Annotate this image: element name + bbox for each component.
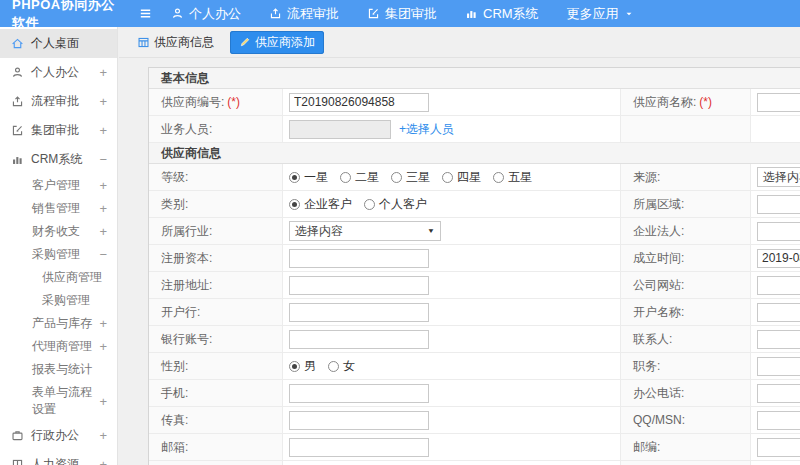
- topnav-item[interactable]: 个人办公: [171, 5, 241, 23]
- radio-label: 三星: [406, 169, 430, 186]
- field-cell: [283, 245, 621, 271]
- field-wrap: [757, 249, 800, 268]
- field-wrap: [289, 330, 429, 349]
- sidebar-item[interactable]: 采购管理: [0, 289, 117, 312]
- sidebar-item-label: 供应商管理: [42, 269, 102, 286]
- radio-option[interactable]: 一星: [289, 169, 328, 186]
- sidebar-item[interactable]: 代理商管理+: [0, 335, 117, 358]
- expand-toggle[interactable]: +: [99, 94, 107, 109]
- radio-option[interactable]: 四星: [442, 169, 481, 186]
- expand-toggle[interactable]: +: [99, 428, 107, 443]
- expand-toggle[interactable]: −: [99, 152, 107, 167]
- field-label-cell: 传真:: [149, 407, 283, 433]
- field-label-cell: 联系人:: [621, 326, 751, 352]
- text-input[interactable]: [757, 384, 800, 403]
- topnav-item[interactable]: 流程审批: [269, 5, 339, 23]
- text-input[interactable]: [757, 330, 800, 349]
- sidebar-item[interactable]: 客户管理+: [0, 174, 117, 197]
- sidebar-item-label: 人力资源: [31, 456, 79, 465]
- field-label-cell: 等级:: [149, 164, 283, 190]
- topnav-item[interactable]: 更多应用: [567, 5, 634, 23]
- sidebar-item-label: 行政办公: [31, 427, 79, 444]
- expand-toggle[interactable]: +: [99, 123, 107, 138]
- field-wrap: [289, 411, 429, 430]
- select-person-link[interactable]: +选择人员: [399, 122, 454, 136]
- sidebar-item[interactable]: 财务收支+: [0, 220, 117, 243]
- select-box[interactable]: 选择内容▼: [289, 221, 441, 241]
- text-input[interactable]: [757, 222, 800, 241]
- text-input[interactable]: [757, 357, 800, 376]
- sidebar-item[interactable]: 销售管理+: [0, 197, 117, 220]
- expand-toggle[interactable]: +: [99, 65, 107, 80]
- form-row: 传真:QQ/MSN:: [149, 407, 800, 434]
- text-input[interactable]: [757, 249, 800, 268]
- field-label: 成立时间:: [633, 250, 684, 267]
- text-input[interactable]: [757, 303, 800, 322]
- radio-option[interactable]: 男: [289, 358, 316, 375]
- field-cell: [751, 407, 800, 433]
- expand-toggle[interactable]: +: [99, 224, 107, 239]
- text-input[interactable]: [757, 438, 800, 457]
- sidebar-item[interactable]: 个人办公+: [0, 58, 117, 87]
- text-input[interactable]: [289, 93, 429, 112]
- radio-option[interactable]: 企业客户: [289, 196, 352, 213]
- topnav-item[interactable]: 集团审批: [367, 5, 437, 23]
- sidebar-item[interactable]: 采购管理−: [0, 243, 117, 266]
- home-icon: [10, 37, 24, 50]
- expand-toggle[interactable]: +: [99, 457, 107, 465]
- field-label-cell: 性别:: [149, 353, 283, 379]
- radio-label: 二星: [355, 169, 379, 186]
- text-input[interactable]: [757, 93, 800, 112]
- sidebar-item-label: 客户管理: [32, 177, 80, 194]
- chart-icon: [10, 153, 24, 166]
- expand-toggle[interactable]: +: [99, 201, 107, 216]
- sidebar-item-label: 产品与库存: [32, 315, 92, 332]
- field-wrap: [289, 249, 429, 268]
- sidebar-item[interactable]: 供应商管理: [0, 266, 117, 289]
- sidebar-toggle-button[interactable]: [138, 6, 153, 21]
- field-cell: [751, 461, 800, 465]
- sidebar-item[interactable]: 人力资源+: [0, 450, 117, 465]
- expand-toggle[interactable]: −: [99, 247, 107, 262]
- tab-supplier-add[interactable]: 供应商添加: [230, 31, 324, 54]
- sidebar-item[interactable]: 行政办公+: [0, 421, 117, 450]
- text-input[interactable]: [289, 276, 429, 295]
- select-box[interactable]: 选择内容▼: [757, 167, 800, 187]
- radio-option[interactable]: 二星: [340, 169, 379, 186]
- radio-option[interactable]: 女: [328, 358, 355, 375]
- sidebar-item[interactable]: 报表与统计: [0, 358, 117, 381]
- radio-option[interactable]: 五星: [493, 169, 532, 186]
- text-input[interactable]: [757, 195, 800, 214]
- text-input[interactable]: [289, 330, 429, 349]
- sidebar-item[interactable]: 表单与流程设置+: [0, 381, 117, 421]
- radio-label: 四星: [457, 169, 481, 186]
- field-label-cell: 职务:: [621, 353, 751, 379]
- expand-toggle[interactable]: +: [99, 316, 107, 331]
- expand-toggle[interactable]: +: [99, 178, 107, 193]
- sidebar-item[interactable]: 个人桌面: [0, 29, 117, 58]
- radio-icon: [340, 172, 351, 183]
- field-wrap: [289, 438, 429, 457]
- text-input[interactable]: [757, 411, 800, 430]
- text-input[interactable]: [289, 249, 429, 268]
- sidebar-item[interactable]: 产品与库存+: [0, 312, 117, 335]
- sidebar-item[interactable]: 集团审批+: [0, 116, 117, 145]
- sidebar-item[interactable]: CRM系统−: [0, 145, 117, 174]
- text-input[interactable]: [757, 276, 800, 295]
- radio-option[interactable]: 三星: [391, 169, 430, 186]
- readonly-input[interactable]: [289, 120, 391, 139]
- sidebar-item-label: 流程审批: [31, 93, 79, 110]
- text-input[interactable]: [289, 384, 429, 403]
- expand-toggle[interactable]: +: [99, 339, 107, 354]
- radio-option[interactable]: 个人客户: [364, 196, 427, 213]
- topnav-item[interactable]: CRM系统: [465, 5, 539, 23]
- field-wrap: [757, 303, 800, 322]
- tab-supplier-info[interactable]: 供应商信息: [131, 31, 220, 54]
- text-input[interactable]: [289, 303, 429, 322]
- expand-toggle[interactable]: +: [99, 394, 107, 409]
- field-label: 开户名称:: [633, 304, 684, 321]
- text-input[interactable]: [289, 411, 429, 430]
- sidebar-item[interactable]: 流程审批+: [0, 87, 117, 116]
- text-input[interactable]: [289, 438, 429, 457]
- select-value: 选择内容: [763, 169, 800, 186]
